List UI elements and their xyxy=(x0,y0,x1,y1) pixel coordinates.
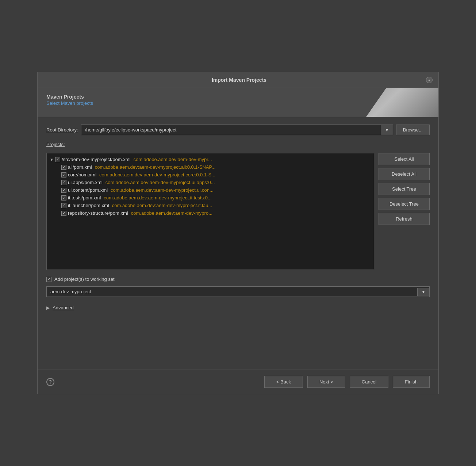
project-artifact-3: com.adobe.aem.dev:aem-dev-myproject.ui.a… xyxy=(105,180,215,185)
working-set-value: aem-dev-myproject xyxy=(47,287,417,297)
select-all-button[interactable]: Select All xyxy=(379,153,430,165)
cancel-button[interactable]: Cancel xyxy=(350,376,388,388)
working-set-dropdown-btn[interactable]: ▼ xyxy=(417,288,429,296)
import-maven-dialog: Import Maven Projects ● Maven Projects S… xyxy=(37,72,439,394)
advanced-label[interactable]: Advanced xyxy=(53,305,74,310)
project-checkbox-5[interactable] xyxy=(61,195,66,200)
project-checkbox-4[interactable] xyxy=(61,188,66,193)
finish-button[interactable]: Finish xyxy=(393,376,430,388)
list-item: core/pom.xml com.adobe.aem.dev:aem-dev-m… xyxy=(48,171,372,179)
project-checkbox-3[interactable] xyxy=(61,180,66,185)
browse-button[interactable]: Browse... xyxy=(396,125,430,135)
projects-area: ▼ /src/aem-dev-myproject/pom.xml com.ado… xyxy=(46,153,430,270)
list-item: ui.apps/pom.xml com.adobe.aem.dev:aem-de… xyxy=(48,179,372,186)
close-icon: ● xyxy=(428,78,430,82)
root-dir-dropdown-btn[interactable]: ▼ xyxy=(381,125,393,135)
project-artifact-2: com.adobe.aem.dev:aem-dev-myproject.core… xyxy=(99,172,215,177)
help-button[interactable]: ? xyxy=(46,378,54,386)
project-filename-0: /src/aem-dev-myproject/pom.xml xyxy=(62,157,131,162)
projects-buttons: Select All Deselect All Select Tree Dese… xyxy=(379,153,430,225)
project-filename-4: ui.content/pom.xml xyxy=(68,187,108,193)
project-checkbox-6[interactable] xyxy=(61,203,66,208)
project-checkbox-1[interactable] xyxy=(61,165,66,170)
advanced-expand-icon: ▶ xyxy=(46,305,50,310)
root-dir-input-wrap: ▼ xyxy=(81,125,393,135)
refresh-button[interactable]: Refresh xyxy=(379,213,430,225)
project-artifact-7: com.adobe.aem.dev:aem-dev-mypro... xyxy=(131,210,212,216)
root-dir-label: Root Directory: xyxy=(46,127,78,133)
project-filename-3: ui.apps/pom.xml xyxy=(68,180,103,185)
close-button[interactable]: ● xyxy=(426,77,433,83)
list-item: all/pom.xml com.adobe.aem.dev:aem-dev-my… xyxy=(48,163,372,171)
list-item: ui.content/pom.xml com.adobe.aem.dev:aem… xyxy=(48,186,372,194)
title-bar: Import Maven Projects ● xyxy=(38,72,438,88)
project-filename-6: it.launcher/pom.xml xyxy=(68,203,109,208)
footer: ? < Back Next > Cancel Finish xyxy=(38,370,438,394)
working-set-row: Add project(s) to working set xyxy=(46,276,430,282)
list-item: it.launcher/pom.xml com.adobe.aem.dev:ae… xyxy=(48,202,372,209)
section-subtitle: Select Maven projects xyxy=(46,100,430,106)
dialog-body: Root Directory: ▼ Browse... Projects: ▼ … xyxy=(38,117,438,370)
root-dir-row: Root Directory: ▼ Browse... xyxy=(46,125,430,135)
project-artifact-1: com.adobe.aem.dev:aem-dev-myproject.all:… xyxy=(95,164,216,170)
content-spacer xyxy=(46,318,430,362)
list-item: repository-structure/pom.xml com.adobe.a… xyxy=(48,209,372,217)
advanced-row[interactable]: ▶ Advanced xyxy=(46,301,430,314)
next-button[interactable]: Next > xyxy=(307,376,345,388)
working-set-label: Add project(s) to working set xyxy=(54,276,115,282)
project-filename-1: all/pom.xml xyxy=(68,164,92,170)
tree-root-item: ▼ /src/aem-dev-myproject/pom.xml com.ado… xyxy=(48,156,372,163)
project-artifact-0: com.adobe.aem.dev:aem-dev-mypr... xyxy=(133,157,212,162)
tree-expand-arrow[interactable]: ▼ xyxy=(50,157,54,162)
header-area: Maven Projects Select Maven projects xyxy=(38,88,438,117)
project-checkbox-2[interactable] xyxy=(61,172,66,177)
project-artifact-5: com.adobe.aem.dev:aem-dev-myproject.it.t… xyxy=(104,195,212,200)
select-tree-button[interactable]: Select Tree xyxy=(379,183,430,195)
dialog-title: Import Maven Projects xyxy=(52,77,426,83)
project-filename-2: core/pom.xml xyxy=(68,172,96,177)
projects-list: ▼ /src/aem-dev-myproject/pom.xml com.ado… xyxy=(46,153,374,270)
working-set-checkbox[interactable] xyxy=(46,277,51,282)
list-item: it.tests/pom.xml com.adobe.aem.dev:aem-d… xyxy=(48,194,372,202)
project-checkbox-0[interactable] xyxy=(55,157,60,162)
project-artifact-4: com.adobe.aem.dev:aem-dev-myproject.ui.c… xyxy=(111,187,214,193)
deselect-tree-button[interactable]: Deselect Tree xyxy=(379,198,430,210)
help-icon: ? xyxy=(49,379,52,385)
back-button[interactable]: < Back xyxy=(264,376,303,388)
projects-label: Projects: xyxy=(46,142,430,147)
project-checkbox-7[interactable] xyxy=(61,211,66,216)
project-filename-5: it.tests/pom.xml xyxy=(68,195,101,200)
working-set-dropdown[interactable]: aem-dev-myproject ▼ xyxy=(46,286,430,297)
root-dir-input[interactable] xyxy=(81,125,381,135)
deselect-all-button[interactable]: Deselect All xyxy=(379,168,430,180)
section-header: Maven Projects xyxy=(46,94,430,100)
project-filename-7: repository-structure/pom.xml xyxy=(68,210,128,216)
project-artifact-6: com.adobe.aem.dev:aem-dev-myproject.it.l… xyxy=(112,203,212,208)
